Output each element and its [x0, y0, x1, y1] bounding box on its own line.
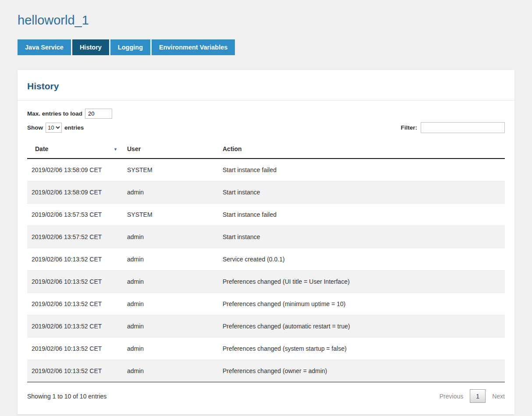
table-row: 2019/02/06 10:13:52 CET admin Preference…: [27, 360, 505, 382]
cell-date: 2019/02/06 10:13:52 CET: [27, 248, 123, 271]
cell-action: Start instance: [218, 226, 505, 248]
tab-java-service[interactable]: Java Service: [18, 39, 71, 55]
column-header-date-label: Date: [35, 145, 48, 152]
cell-date: 2019/02/06 10:13:52 CET: [27, 293, 123, 315]
history-table: ▼ Date User Action 2019/02/06 13:58:09 C…: [27, 140, 505, 382]
column-header-action-label: Action: [223, 145, 242, 152]
cell-user: admin: [123, 226, 218, 248]
table-summary: Showing 1 to 10 of 10 entries: [27, 393, 106, 400]
cell-user: admin: [123, 271, 218, 293]
cell-action: Start instance: [218, 181, 505, 204]
cell-user: SYSTEM: [123, 159, 218, 181]
sort-descending-icon: ▼: [113, 147, 117, 152]
cell-action: Preferences changed (minimum uptime = 10…: [218, 293, 505, 315]
cell-action: Preferences changed (automatic restart =…: [218, 315, 505, 338]
cell-date: 2019/02/06 10:13:52 CET: [27, 360, 123, 382]
entries-label: entries: [64, 124, 84, 131]
page-1-button[interactable]: 1: [470, 389, 486, 403]
cell-date: 2019/02/06 13:57:53 CET: [27, 204, 123, 226]
cell-date: 2019/02/06 10:13:52 CET: [27, 315, 123, 338]
cell-date: 2019/02/06 13:58:09 CET: [27, 159, 123, 181]
table-controls: Max. entries to load Show 10 entries Fil…: [18, 101, 514, 140]
table-row: 2019/02/06 13:58:09 CET admin Start inst…: [27, 181, 505, 204]
page-title: helloworld_1: [18, 13, 514, 28]
cell-user: admin: [123, 181, 218, 204]
filter-input[interactable]: [421, 122, 505, 133]
previous-button[interactable]: Previous: [440, 393, 463, 400]
panel-heading-row: History: [18, 70, 514, 101]
column-header-date[interactable]: ▼ Date: [27, 140, 123, 159]
tab-logging[interactable]: Logging: [110, 39, 150, 55]
page: helloworld_1 Java Service History Loggin…: [0, 0, 532, 416]
tab-history[interactable]: History: [72, 39, 109, 55]
tab-environment-variables[interactable]: Environment Variables: [152, 39, 235, 55]
page-length-select[interactable]: 10: [46, 123, 62, 133]
column-header-user[interactable]: User: [123, 140, 218, 159]
cell-action: Preferences changed (system startup = fa…: [218, 338, 505, 360]
cell-user: admin: [123, 338, 218, 360]
tab-bar: Java Service History Logging Environment…: [18, 39, 514, 55]
cell-user: SYSTEM: [123, 204, 218, 226]
table-row: 2019/02/06 13:58:09 CET SYSTEM Start ins…: [27, 159, 505, 181]
table-row: 2019/02/06 13:57:53 CET SYSTEM Start ins…: [27, 204, 505, 226]
table-row: 2019/02/06 10:13:52 CET admin Preference…: [27, 271, 505, 293]
column-header-user-label: User: [127, 145, 141, 152]
cell-user: admin: [123, 248, 218, 271]
filter-control: Filter:: [401, 122, 505, 133]
cell-action: Preferences changed (UI title = User Int…: [218, 271, 505, 293]
max-entries-row: Max. entries to load: [27, 109, 505, 119]
cell-action: Start instance failed: [218, 159, 505, 181]
column-header-action[interactable]: Action: [218, 140, 505, 159]
cell-action: Preferences changed (owner = admin): [218, 360, 505, 382]
panel-heading: History: [27, 81, 505, 92]
cell-action: Service created (0.0.1): [218, 248, 505, 271]
page-length-control: Show 10 entries: [27, 123, 84, 133]
cell-date: 2019/02/06 13:58:09 CET: [27, 181, 123, 204]
next-button[interactable]: Next: [492, 393, 505, 400]
max-entries-label: Max. entries to load: [27, 110, 82, 117]
max-entries-input[interactable]: [85, 109, 112, 119]
history-panel: History Max. entries to load Show 10 ent…: [18, 70, 514, 414]
table-footer: Showing 1 to 10 of 10 entries Previous 1…: [18, 382, 514, 414]
filter-label: Filter:: [401, 124, 417, 131]
table-row: 2019/02/06 13:57:52 CET admin Start inst…: [27, 226, 505, 248]
cell-date: 2019/02/06 13:57:52 CET: [27, 226, 123, 248]
cell-user: admin: [123, 315, 218, 338]
table-row: 2019/02/06 10:13:52 CET admin Preference…: [27, 293, 505, 315]
show-label: Show: [27, 124, 43, 131]
cell-action: Start instance failed: [218, 204, 505, 226]
show-filter-row: Show 10 entries Filter:: [27, 122, 505, 133]
cell-date: 2019/02/06 10:13:52 CET: [27, 271, 123, 293]
table-row: 2019/02/06 10:13:52 CET admin Service cr…: [27, 248, 505, 271]
table-header-row: ▼ Date User Action: [27, 140, 505, 159]
pagination: Previous 1 Next: [440, 389, 505, 403]
cell-date: 2019/02/06 10:13:52 CET: [27, 338, 123, 360]
cell-user: admin: [123, 293, 218, 315]
table-row: 2019/02/06 10:13:52 CET admin Preference…: [27, 338, 505, 360]
table-row: 2019/02/06 10:13:52 CET admin Preference…: [27, 315, 505, 338]
cell-user: admin: [123, 360, 218, 382]
